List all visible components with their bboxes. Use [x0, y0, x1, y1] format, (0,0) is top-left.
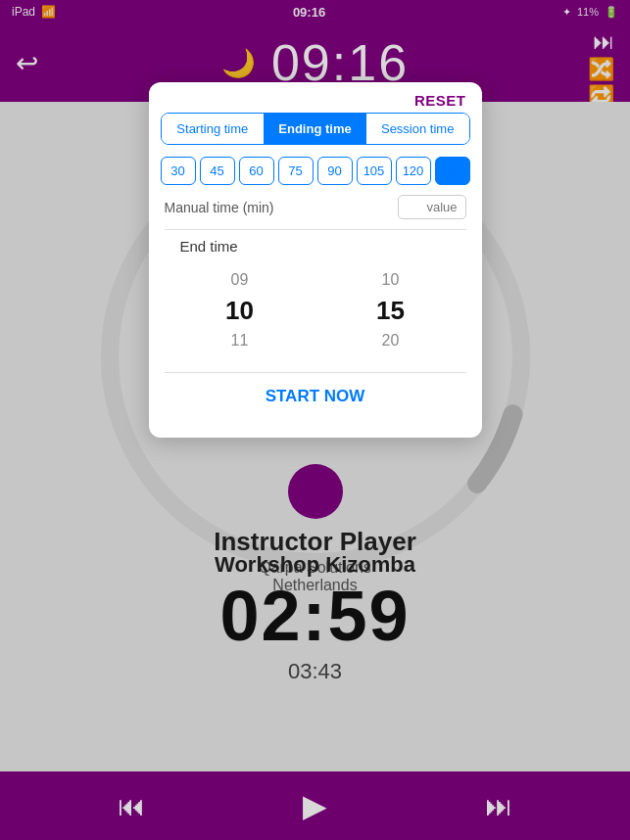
modal-tabs: Starting time Ending time Session time — [161, 113, 470, 145]
manual-time-label: Manual time (min) — [165, 200, 274, 215]
tab-starting-time[interactable]: Starting time — [162, 114, 265, 144]
picker-minute-col: 10 15 20 — [315, 266, 466, 354]
picker-hour-before: 09 — [231, 266, 249, 294]
reset-button[interactable]: RESET — [414, 92, 466, 109]
time-picker[interactable]: 09 10 11 10 15 20 — [165, 266, 466, 354]
modal-panel: RESET Starting time Ending time Session … — [149, 82, 482, 438]
time-btn-90[interactable]: 90 — [317, 157, 353, 185]
end-time-label: End time — [180, 238, 238, 255]
time-btn-75[interactable]: 75 — [278, 157, 314, 185]
time-buttons-row: 30 45 60 75 90 105 120 user — [161, 157, 470, 185]
tab-ending-time[interactable]: Ending time — [264, 114, 366, 144]
picker-minute-after: 20 — [382, 327, 400, 354]
time-btn-45[interactable]: 45 — [200, 157, 235, 185]
tab-session-time[interactable]: Session time — [366, 114, 469, 144]
picker-hour-col: 09 10 11 — [165, 266, 315, 354]
manual-time-row: Manual time (min) — [165, 195, 466, 230]
start-now-button[interactable]: START NOW — [165, 372, 466, 418]
picker-hour-after: 11 — [231, 327, 249, 354]
time-btn-120[interactable]: 120 — [396, 157, 431, 185]
picker-hour-selected: 10 — [225, 294, 254, 327]
manual-time-input[interactable] — [398, 195, 466, 219]
modal-overlay: RESET Starting time Ending time Session … — [0, 0, 630, 840]
time-btn-60[interactable]: 60 — [239, 157, 274, 185]
modal-reset-row: RESET — [149, 82, 482, 113]
time-btn-105[interactable]: 105 — [357, 157, 392, 185]
picker-minute-selected: 15 — [376, 294, 405, 327]
picker-minute-before: 10 — [382, 266, 400, 294]
time-btn-user[interactable]: user — [435, 157, 470, 185]
time-btn-30[interactable]: 30 — [161, 157, 196, 185]
